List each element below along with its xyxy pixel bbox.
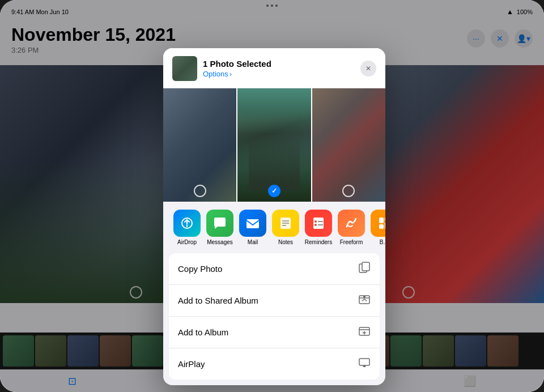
- airplay-icon: [358, 356, 371, 372]
- app-icon-mail[interactable]: Mail: [238, 210, 267, 245]
- sel-photo-left[interactable]: [163, 88, 236, 202]
- add-album-label: Add to Album: [178, 327, 228, 337]
- share-options-button[interactable]: Options ›: [203, 70, 271, 78]
- freeform-icon: [338, 210, 365, 237]
- messages-icon: [206, 210, 233, 237]
- sel-photo-right[interactable]: [312, 88, 385, 202]
- share-sheet-header: 1 Photo Selected Options › ✕: [163, 48, 385, 88]
- action-list: Copy Photo Add to Shared Album: [169, 253, 380, 380]
- ipad-frame: 9:41 AM Mon Jun 10 ▲ 100% November 15, 2…: [0, 0, 544, 392]
- svg-rect-2: [246, 219, 259, 228]
- app-icons-row: AirDrop Messages Mail: [163, 202, 385, 253]
- svg-rect-7: [313, 218, 324, 229]
- app-icon-messages[interactable]: Messages: [205, 210, 235, 245]
- airplay-action[interactable]: AirPlay: [169, 348, 380, 380]
- svg-point-9: [314, 224, 317, 226]
- share-thumbnail-image: [172, 56, 197, 81]
- freeform-label: Freeform: [340, 239, 363, 245]
- more-app-label: B…: [380, 239, 385, 245]
- svg-point-19: [363, 296, 366, 298]
- sel-checkbox-middle[interactable]: [268, 185, 280, 197]
- copy-photo-label: Copy Photo: [178, 264, 222, 274]
- add-album-action[interactable]: Add to Album: [169, 317, 380, 348]
- options-label: Options: [203, 70, 228, 78]
- messages-label: Messages: [207, 239, 233, 245]
- reminders-icon: [305, 210, 332, 237]
- share-close-icon: ✕: [366, 65, 371, 73]
- mail-icon: [239, 210, 266, 237]
- notes-icon: [272, 210, 299, 237]
- svg-rect-12: [379, 218, 384, 223]
- svg-rect-15: [385, 222, 385, 229]
- share-selected-text: 1 Photo Selected: [203, 59, 271, 69]
- share-close-button[interactable]: ✕: [360, 61, 376, 76]
- options-chevron-icon: ›: [230, 70, 232, 78]
- add-album-icon: [358, 325, 371, 340]
- copy-photo-icon: [358, 261, 371, 276]
- copy-photo-action[interactable]: Copy Photo: [169, 253, 380, 285]
- add-shared-album-icon: [358, 293, 371, 308]
- sel-photo-middle[interactable]: [237, 88, 311, 202]
- svg-rect-13: [385, 218, 385, 221]
- app-icon-freeform[interactable]: Freeform: [337, 210, 366, 245]
- airdrop-label: AirDrop: [177, 239, 197, 245]
- app-icon-reminders[interactable]: Reminders: [304, 210, 333, 245]
- app-icon-notes[interactable]: Notes: [271, 210, 300, 245]
- svg-rect-21: [359, 359, 369, 365]
- add-shared-album-action[interactable]: Add to Shared Album: [169, 285, 380, 317]
- mail-label: Mail: [248, 239, 258, 245]
- share-header-left: 1 Photo Selected Options ›: [172, 56, 271, 81]
- sel-checkbox-left[interactable]: [194, 185, 206, 197]
- notes-label: Notes: [278, 239, 293, 245]
- svg-point-8: [314, 220, 317, 223]
- share-title-block: 1 Photo Selected Options ›: [203, 59, 271, 78]
- share-sheet: 1 Photo Selected Options › ✕: [163, 48, 385, 385]
- more-app-icon: [371, 210, 385, 237]
- share-thumbnail: [172, 56, 197, 81]
- app-icon-airdrop[interactable]: AirDrop: [172, 210, 202, 245]
- svg-rect-17: [362, 262, 369, 271]
- svg-point-1: [186, 225, 188, 227]
- svg-rect-14: [379, 224, 384, 229]
- app-icon-more[interactable]: B…: [369, 210, 385, 245]
- add-shared-album-label: Add to Shared Album: [178, 296, 258, 305]
- sel-checkbox-right[interactable]: [342, 185, 355, 197]
- airplay-label: AirPlay: [178, 359, 205, 369]
- reminders-label: Reminders: [305, 239, 332, 245]
- photo-selection-row: [163, 88, 385, 202]
- airdrop-icon: [173, 210, 201, 237]
